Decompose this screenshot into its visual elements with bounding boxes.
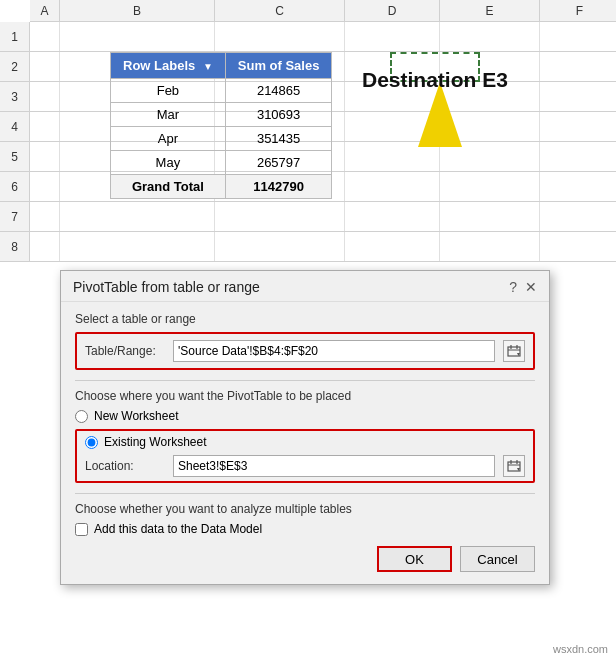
section1-label: Select a table or range	[75, 312, 535, 326]
dialog-close-icon[interactable]: ✕	[525, 279, 537, 295]
pivot-val-apr: 351435	[225, 127, 332, 151]
pivot-row-apr: Apr	[111, 127, 226, 151]
location-picker-btn[interactable]	[503, 455, 525, 477]
row-num-2: 2	[0, 52, 30, 81]
destination-label: Destination E3	[362, 68, 508, 92]
cell-e1[interactable]	[440, 22, 540, 51]
row-num-5: 5	[0, 142, 30, 171]
cell-d6[interactable]	[345, 172, 440, 201]
cell-b8[interactable]	[60, 232, 215, 261]
table-range-label: Table/Range:	[85, 344, 165, 358]
section2-label: Choose where you want the PivotTable to …	[75, 389, 535, 403]
cell-e8[interactable]	[440, 232, 540, 261]
dialog-title: PivotTable from table or range	[73, 279, 260, 295]
data-model-checkbox[interactable]	[75, 523, 88, 536]
radio-new-worksheet-row: New Worksheet	[75, 409, 535, 423]
pivot-row-may: May	[111, 151, 226, 175]
row-num-8: 8	[0, 232, 30, 261]
radio-new-worksheet[interactable]	[75, 410, 88, 423]
table-range-row: Table/Range:	[85, 340, 525, 362]
table-range-section: Table/Range:	[75, 332, 535, 370]
divider2	[75, 493, 535, 494]
cell-c8[interactable]	[215, 232, 345, 261]
cell-f3[interactable]	[540, 82, 616, 111]
pivot-row-mar: Mar	[111, 103, 226, 127]
location-label: Location:	[85, 459, 165, 473]
cell-b7[interactable]	[60, 202, 215, 231]
divider1	[75, 380, 535, 381]
pivot-val-feb: 214865	[225, 79, 332, 103]
pivot-sum-sales-header: Sum of Sales	[225, 53, 332, 79]
col-header-f: F	[540, 0, 616, 21]
col-header-a: A	[30, 0, 60, 21]
pivot-row-labels-header: Row Labels ▼	[111, 53, 226, 79]
col-header-b: B	[60, 0, 215, 21]
cell-f8[interactable]	[540, 232, 616, 261]
cell-f2[interactable]	[540, 52, 616, 81]
cell-a4[interactable]	[30, 112, 60, 141]
cancel-button[interactable]: Cancel	[460, 546, 535, 572]
dialog-title-bar: PivotTable from table or range ? ✕	[61, 271, 549, 302]
col-header-c: C	[215, 0, 345, 21]
cell-f6[interactable]	[540, 172, 616, 201]
row-num-1: 1	[0, 22, 30, 51]
watermark: wsxdn.com	[553, 643, 608, 655]
data-model-row: Add this data to the Data Model	[75, 522, 535, 536]
row-num-4: 4	[0, 112, 30, 141]
cell-f1[interactable]	[540, 22, 616, 51]
pivot-grand-total-label: Grand Total	[111, 175, 226, 199]
pivot-row-feb: Feb	[111, 79, 226, 103]
section3-label: Choose whether you want to analyze multi…	[75, 502, 535, 516]
pivot-val-may: 265797	[225, 151, 332, 175]
cell-b1[interactable]	[60, 22, 215, 51]
radio-existing-worksheet-label: Existing Worksheet	[104, 435, 207, 449]
cell-d1[interactable]	[345, 22, 440, 51]
radio-existing-worksheet-row: Existing Worksheet	[85, 435, 525, 449]
radio-new-worksheet-label: New Worksheet	[94, 409, 178, 423]
cell-a8[interactable]	[30, 232, 60, 261]
cell-c7[interactable]	[215, 202, 345, 231]
row-num-6: 6	[0, 172, 30, 201]
dialog-body: Select a table or range Table/Range: Cho…	[61, 302, 549, 584]
location-input[interactable]	[173, 455, 495, 477]
data-model-label: Add this data to the Data Model	[94, 522, 262, 536]
cell-a5[interactable]	[30, 142, 60, 171]
table-range-input[interactable]	[173, 340, 495, 362]
cell-f4[interactable]	[540, 112, 616, 141]
radio-existing-worksheet[interactable]	[85, 436, 98, 449]
col-header-d: D	[345, 0, 440, 21]
cell-c1[interactable]	[215, 22, 345, 51]
dialog-buttons: OK Cancel	[75, 546, 535, 572]
cell-a6[interactable]	[30, 172, 60, 201]
cell-a3[interactable]	[30, 82, 60, 111]
cell-a7[interactable]	[30, 202, 60, 231]
pivot-grand-total-value: 1142790	[225, 175, 332, 199]
dialog-help-icon[interactable]: ?	[509, 279, 517, 295]
location-row: Location:	[85, 455, 525, 477]
row-num-7: 7	[0, 202, 30, 231]
dialog-title-icons: ? ✕	[509, 279, 537, 295]
pivot-val-mar: 310693	[225, 103, 332, 127]
cell-f7[interactable]	[540, 202, 616, 231]
pivot-dialog: PivotTable from table or range ? ✕ Selec…	[60, 270, 550, 585]
cell-a1[interactable]	[30, 22, 60, 51]
cell-d7[interactable]	[345, 202, 440, 231]
row-num-3: 3	[0, 82, 30, 111]
table-range-picker-btn[interactable]	[503, 340, 525, 362]
pivot-table: Row Labels ▼ Sum of Sales Feb 214865 Mar…	[110, 52, 332, 199]
cell-f5[interactable]	[540, 142, 616, 171]
cell-e6[interactable]	[440, 172, 540, 201]
cell-a2[interactable]	[30, 52, 60, 81]
cell-d8[interactable]	[345, 232, 440, 261]
ok-button[interactable]: OK	[377, 546, 452, 572]
col-header-e: E	[440, 0, 540, 21]
existing-worksheet-section: Existing Worksheet Location:	[75, 429, 535, 483]
radio-group-location: New Worksheet Existing Worksheet Locatio…	[75, 409, 535, 483]
cell-e7[interactable]	[440, 202, 540, 231]
